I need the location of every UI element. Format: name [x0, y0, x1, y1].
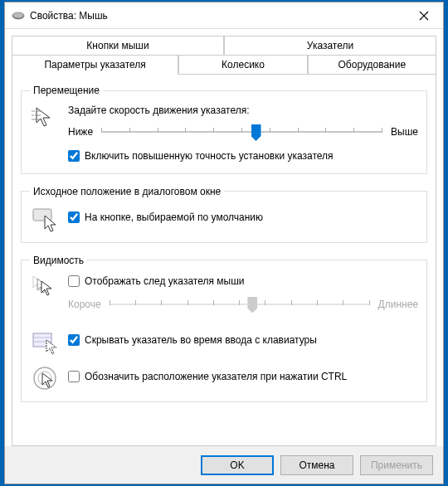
mouse-icon [12, 12, 25, 20]
titlebar[interactable]: Свойства: Мышь [5, 2, 443, 29]
visibility-group: Видимость Отображать след указателя мыши [21, 255, 427, 402]
tab-hardware[interactable]: Оборудование [308, 55, 436, 74]
snap-legend: Исходное положение в диалоговом окне [30, 186, 224, 197]
hide-typing-input[interactable] [68, 334, 80, 346]
pointer-trails-checkbox[interactable]: Отображать след указателя мыши [68, 275, 418, 289]
ctrl-locate-label: Обозначить расположение указателя при на… [85, 370, 347, 384]
pointer-trails-icon [32, 275, 58, 301]
motion-group: Перемещение Задайте скорость движения ук… [21, 85, 427, 174]
tab-pointers[interactable]: Указатели [224, 36, 436, 55]
trails-slider [110, 295, 370, 313]
enhance-precision-label: Включить повышенную точность установки у… [85, 149, 334, 163]
tab-wheel[interactable]: Колесико [178, 55, 307, 74]
pointer-trails-input[interactable] [68, 275, 80, 287]
tab-label: Параметры указателя [44, 59, 145, 70]
tab-label: Колесико [222, 59, 265, 70]
fast-label: Выше [391, 126, 418, 138]
ctrl-locate-input[interactable] [68, 371, 80, 382]
svg-point-1 [13, 12, 23, 17]
tab-label: Кнопки мыши [86, 40, 149, 51]
ok-label: OK [230, 459, 244, 471]
ok-button[interactable]: OK [201, 455, 274, 475]
snap-group: Исходное положение в диалоговом окне На … [21, 186, 427, 243]
snap-to-default-icon [32, 206, 58, 232]
apply-label: Применить [371, 459, 422, 471]
tab-buttons[interactable]: Кнопки мыши [12, 36, 224, 55]
dialog-buttons: OK Отмена Применить [5, 446, 443, 484]
visibility-legend: Видимость [30, 255, 87, 266]
apply-button: Применить [360, 455, 433, 475]
enhance-precision-checkbox[interactable]: Включить повышенную точность установки у… [68, 149, 418, 163]
hide-typing-icon [32, 328, 58, 355]
close-icon [419, 11, 429, 21]
pointer-trails-label: Отображать след указателя мыши [85, 275, 245, 289]
mouse-properties-window: Свойства: Мышь Кнопки мыши Указатели Пар… [4, 2, 444, 484]
pointer-speed-icon [32, 104, 58, 131]
hide-typing-checkbox[interactable]: Скрывать указатель во время ввода с клав… [68, 333, 418, 347]
motion-legend: Перемещение [30, 85, 103, 96]
snap-to-default-checkbox[interactable]: На кнопке, выбираемой по умолчанию [68, 211, 418, 225]
window-title-text: Свойства: Мышь [30, 10, 108, 22]
tab-label: Указатели [307, 40, 353, 51]
hide-typing-label: Скрывать указатель во время ввода с клав… [85, 333, 317, 347]
short-label: Короче [68, 299, 101, 310]
cancel-button[interactable]: Отмена [280, 455, 353, 475]
speed-slider[interactable] [101, 123, 382, 141]
enhance-precision-input[interactable] [68, 150, 80, 162]
tab-label: Оборудование [338, 59, 407, 70]
snap-to-default-input[interactable] [68, 211, 80, 223]
tab-content: Перемещение Задайте скорость движения ук… [12, 74, 436, 446]
window-title: Свойства: Мышь [12, 10, 405, 22]
cancel-label: Отмена [299, 459, 334, 471]
long-label: Длиннее [378, 299, 418, 310]
ctrl-locate-checkbox[interactable]: Обозначить расположение указателя при на… [68, 370, 418, 384]
tab-pointer-options[interactable]: Параметры указателя [12, 55, 178, 75]
ctrl-locate-icon [32, 365, 58, 391]
slow-label: Ниже [68, 126, 93, 138]
snap-to-default-label: На кнопке, выбираемой по умолчанию [85, 211, 263, 225]
tabs-container: Кнопки мыши Указатели Параметры указател… [5, 29, 443, 74]
close-button[interactable] [405, 2, 443, 29]
speed-label: Задайте скорость движения указателя: [68, 104, 418, 116]
